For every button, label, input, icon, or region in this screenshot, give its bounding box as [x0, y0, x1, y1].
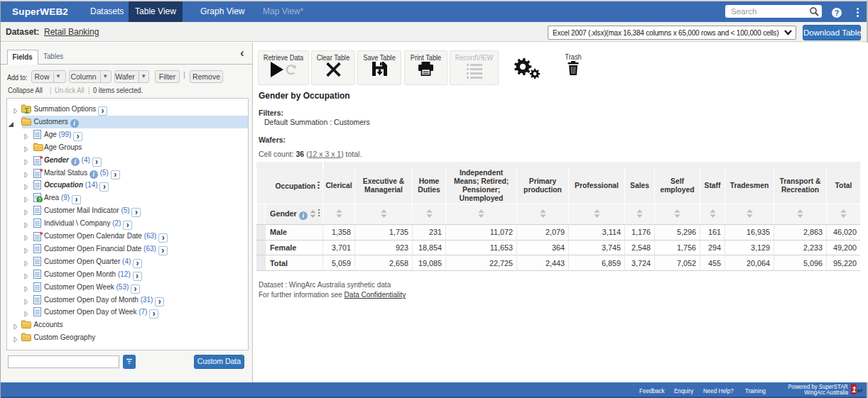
svg-text:ST: ST [857, 389, 864, 393]
svg-text:1: 1 [852, 385, 856, 394]
svg-text:Σ: Σ [25, 106, 30, 114]
